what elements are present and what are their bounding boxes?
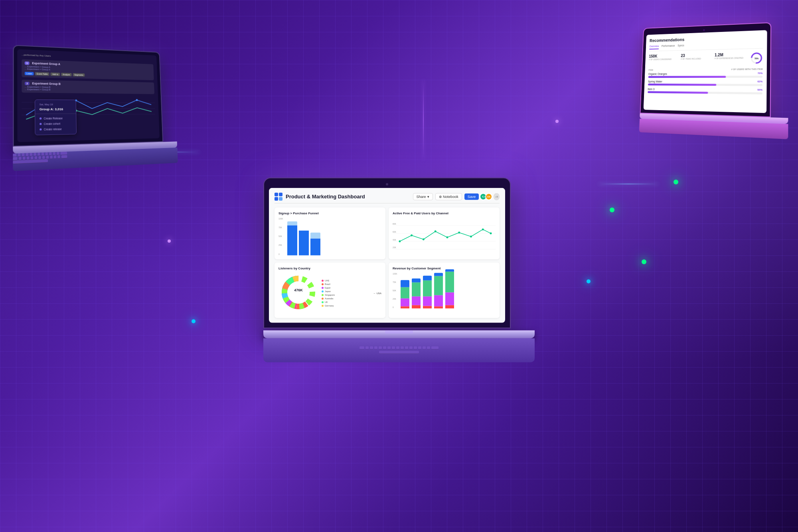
- rev-y-50: 50K: [393, 289, 397, 291]
- svg-point-4: [136, 99, 138, 101]
- tag-event: Event Table: [35, 72, 49, 76]
- bar-dark-3: [310, 238, 320, 255]
- y-label-25: 25K: [279, 244, 283, 246]
- key: [396, 346, 399, 350]
- bar-light-3: [310, 232, 320, 238]
- y-label-100: 100K: [279, 217, 283, 220]
- rev-bar-q3: [423, 275, 432, 308]
- tab-performance[interactable]: Performance: [662, 44, 675, 49]
- key: [42, 156, 45, 159]
- users-col-header: # OF USERS WITH THIS ITEM: [731, 68, 762, 71]
- ctx-item-1[interactable]: Create Release: [35, 115, 76, 121]
- revenue-title: Revenue by Customer Segment: [393, 266, 496, 270]
- dashboard-header: Product & Marketing Dashboard Share ▾ ⊕ …: [275, 192, 500, 203]
- svg-point-16: [423, 238, 425, 240]
- logo-sq-4: [279, 197, 282, 200]
- ctx-divider: [35, 113, 76, 114]
- key: [53, 152, 55, 156]
- rev-seg-consumer-q5: [445, 305, 454, 308]
- experiment-item-2: 2 Experiment Group B ... Experiment = Gr…: [22, 80, 154, 94]
- neon-dot-5: [168, 239, 171, 243]
- key: [13, 154, 16, 157]
- right-camera: [703, 29, 705, 31]
- key: [409, 346, 413, 350]
- progress-fill-1: [648, 76, 726, 78]
- rev-bar-q1: [401, 280, 409, 308]
- rev-y-100: 100K: [393, 272, 397, 275]
- label-germany: Germany: [322, 305, 335, 307]
- camera-dot: [386, 183, 388, 185]
- progress-header-2: Spring Water 62%: [648, 80, 762, 83]
- dot-egypt: [322, 287, 324, 289]
- revenue-chart-area: 100K 75K 50K 25K 0: [393, 272, 496, 308]
- right-tabs: Overview Performance Syncs: [649, 42, 763, 51]
- dashboard-title: Product & Marketing Dashboard: [286, 194, 365, 200]
- key: [431, 346, 439, 350]
- ctx-item-3[interactable]: Create release: [35, 126, 76, 132]
- label-singapore: Singapore: [322, 294, 335, 296]
- rev-seg-consumer-q3: [423, 306, 432, 308]
- dot-germany: [322, 305, 324, 307]
- key: [387, 346, 391, 350]
- kb-row-1: [359, 346, 439, 350]
- funnel-bar-3: [310, 217, 320, 255]
- progress-item-1: Organic Oranges 70%: [648, 72, 763, 78]
- neon-line-3: [598, 184, 658, 184]
- item-name-3: Item 3: [648, 88, 654, 91]
- svg-text:60K: 60K: [393, 231, 397, 233]
- neon-dot-2: [642, 259, 646, 264]
- stat-exp-label: # of Experiences Created: [715, 57, 747, 59]
- item-name-1: Organic Oranges: [648, 73, 667, 75]
- rev-y-0: 0: [393, 306, 397, 308]
- tag-add: Add to: [51, 73, 60, 76]
- svg-point-32: [287, 281, 310, 303]
- right-screen-outer: Recommendations Overview Performance Syn…: [640, 22, 772, 118]
- key: [57, 155, 60, 159]
- key: [374, 346, 377, 350]
- revenue-y-axis: 100K 75K 50K 25K 0: [393, 272, 397, 308]
- neon-dot-6: [555, 120, 559, 123]
- logo-sq-2: [279, 192, 282, 196]
- center-touchpad: [385, 330, 413, 333]
- rev-seg-ent-q1: [401, 280, 409, 287]
- dashboard: Product & Marketing Dashboard Share ▾ ⊕ …: [269, 188, 505, 322]
- spacebar: [379, 351, 419, 354]
- share-button[interactable]: Share ▾: [413, 193, 433, 200]
- rev-seg-mid-q5: [445, 271, 454, 292]
- users-line-chart: 80K 60K 40K 20K: [393, 217, 496, 253]
- key: [370, 346, 373, 350]
- y-axis: 100K 75K 50K 25K 0: [279, 217, 283, 255]
- line-chart-svg: 80K 60K 40K 20K: [393, 217, 496, 253]
- tab-overview[interactable]: Overview: [649, 45, 659, 49]
- key: [23, 156, 26, 160]
- key: [392, 346, 395, 350]
- revenue-by-segment-card: Revenue by Customer Segment 100K 75K 50K…: [389, 262, 500, 318]
- item-pct-3: 55%: [757, 89, 762, 91]
- svg-point-22: [490, 232, 492, 234]
- key: [38, 156, 41, 160]
- neon-dot-3: [587, 279, 591, 283]
- key: [31, 156, 34, 160]
- experiment-item-1: 1 Experiment Group A ... Experiment = Gr…: [22, 59, 154, 80]
- key: [30, 153, 33, 156]
- item-col-header: ITEM: [648, 69, 653, 71]
- svg-point-19: [458, 231, 460, 233]
- progress-fill-3: [648, 91, 708, 94]
- tag-analyze: Analyze: [61, 73, 71, 76]
- ctx-bullet-2: [40, 123, 41, 125]
- center-laptop-base: [263, 330, 535, 338]
- key: [359, 346, 364, 350]
- notebook-button[interactable]: ⊕ Notebook: [435, 193, 462, 200]
- item-name-2: Spring Water: [648, 80, 662, 83]
- rev-seg-ent-q2: [412, 278, 421, 282]
- svg-point-21: [482, 228, 484, 230]
- neon-dot-7: [674, 180, 678, 184]
- rev-bar-q2: [412, 278, 421, 308]
- svg-point-14: [399, 240, 401, 242]
- tab-syncs[interactable]: Syncs: [678, 44, 684, 49]
- dashboard-actions: Share ▾ ⊕ Notebook Save TJ AK +5: [413, 193, 500, 200]
- save-button[interactable]: Save: [464, 193, 479, 200]
- rev-seg-consumer-q4: [434, 306, 443, 308]
- dashboard-logo: [275, 192, 282, 200]
- progress-track-3: [648, 91, 762, 94]
